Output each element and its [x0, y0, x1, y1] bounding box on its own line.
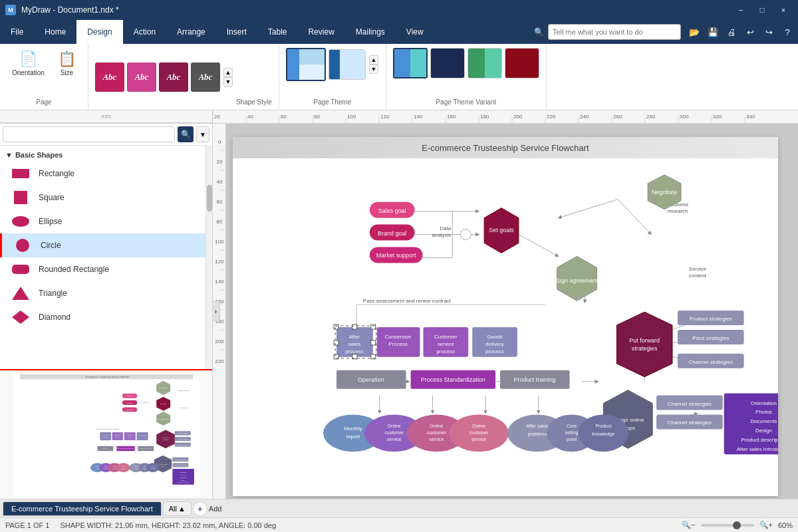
shape-item-circle[interactable]: Circle	[0, 233, 212, 257]
svg-marker-41	[12, 311, 29, 324]
svg-text:Core: Core	[143, 466, 146, 467]
page-theme-active[interactable]	[286, 48, 326, 81]
theme-variant-1[interactable]	[393, 48, 428, 78]
shape-item-square[interactable]: Square	[0, 186, 212, 209]
svg-point-149	[460, 229, 471, 240]
svg-text:100: 100	[215, 239, 224, 245]
shape-item-rectangle[interactable]: Rectangle	[0, 162, 212, 186]
shape-swatch-2[interactable]: Abc	[127, 63, 156, 92]
orientation-button[interactable]: 📄 Orientation	[7, 48, 50, 79]
diagram-title: E-commerce Trusteeship Service Flowchart	[233, 137, 778, 158]
svg-text:0: 0	[218, 139, 221, 145]
tab-add-button[interactable]: +	[193, 501, 207, 516]
svg-text:report: report	[346, 434, 361, 440]
svg-text:After sales: After sales	[526, 424, 548, 428]
orientation-icon: 📄	[19, 51, 37, 68]
tab-design[interactable]: Design	[76, 20, 122, 44]
zoom-in-icon[interactable]: 🔍+	[759, 521, 773, 529]
svg-text:Market support: Market support	[376, 252, 416, 259]
svg-line-151	[559, 200, 618, 218]
svg-text:Data: Data	[440, 225, 452, 231]
page-tab-label: E-commerce Trusteeship Service Flowchart	[11, 505, 153, 513]
help-icon[interactable]: ?	[779, 24, 795, 40]
tab-action[interactable]: Action	[123, 20, 166, 44]
svg-text:Pass assessment and renew cont: Pass assessment and renew contract	[96, 428, 118, 430]
print-icon[interactable]: 🖨	[724, 24, 739, 40]
circle-icon	[13, 237, 33, 253]
svg-text:E-commerce Trusteeship Service: E-commerce Trusteeship Service Flowchart	[85, 376, 129, 378]
tab-add-label[interactable]: Add	[209, 505, 222, 513]
tab-arrange[interactable]: Arrange	[166, 20, 216, 44]
save-icon[interactable]: 💾	[705, 24, 721, 40]
svg-text:Channel strategies: Channel strategies	[174, 464, 186, 466]
size-button[interactable]: 📋 Size	[53, 48, 81, 79]
redo-icon[interactable]: ↪	[761, 24, 777, 40]
shape-search-input[interactable]	[3, 126, 175, 142]
zoom-slider[interactable]	[701, 524, 754, 527]
tab-all-arrow-icon: ▲	[178, 505, 186, 513]
shape-item-rounded-rectangle[interactable]: Rounded Rectangle	[0, 257, 212, 281]
theme-scroll-up[interactable]: ▲	[369, 55, 378, 65]
maximize-button[interactable]: □	[753, 3, 771, 17]
scrollbar-thumb[interactable]	[207, 185, 212, 211]
svg-text:140: 140	[414, 114, 423, 120]
search-dropdown-button[interactable]: ▼	[196, 126, 209, 142]
close-button[interactable]: ×	[774, 3, 793, 17]
svg-text:80: 80	[217, 219, 223, 225]
search-input[interactable]	[548, 24, 681, 40]
theme-variant-4[interactable]	[505, 48, 539, 78]
theme-variant-2[interactable]	[430, 48, 465, 78]
tab-all-button[interactable]: All ▲	[163, 501, 192, 516]
scroll-up-button[interactable]: ▲	[223, 68, 233, 77]
svg-text:100: 100	[347, 114, 356, 120]
zoom-out-icon[interactable]: 🔍−	[682, 521, 695, 529]
shape-item-diamond[interactable]: Diamond	[0, 305, 212, 329]
diagram-canvas[interactable]: E-commerce Trusteeship Service Flowchart	[233, 137, 778, 496]
thumbnail-svg: E-commerce Trusteeship Service Flowchart…	[10, 373, 203, 496]
shape-swatch-4[interactable]: Abc	[191, 63, 220, 92]
zoom-thumb[interactable]	[733, 521, 741, 529]
page-theme-variant-section-title: Page Theme Variant	[436, 96, 496, 106]
tab-review[interactable]: Review	[297, 20, 344, 44]
tab-file[interactable]: File	[0, 20, 34, 44]
shape-label-rectangle: Rectangle	[39, 169, 74, 178]
shape-item-triangle[interactable]: Triangle	[0, 281, 212, 305]
svg-text:Service: Service	[689, 266, 707, 272]
shape-label-circle: Circle	[41, 241, 61, 250]
page-theme-2[interactable]	[329, 49, 366, 80]
svg-text:Pass assessment and renew cont: Pass assessment and renew contract	[363, 298, 452, 304]
collapse-panel-button[interactable]: ›	[212, 301, 220, 321]
shape-swatch-1[interactable]: Abc	[95, 63, 124, 92]
category-basic-shapes[interactable]: ▼ Basic Shapes	[0, 148, 212, 162]
open-icon[interactable]: 📂	[686, 24, 702, 40]
shape-style-scroll: ▲ ▼	[223, 66, 233, 88]
svg-text:After sales: After sales	[133, 466, 138, 467]
tab-table[interactable]: Table	[257, 20, 298, 44]
theme-variant-3[interactable]	[467, 48, 502, 78]
tab-view[interactable]: View	[396, 20, 434, 44]
tab-mailings[interactable]: Mailings	[345, 20, 396, 44]
page-tab-1[interactable]: E-commerce Trusteeship Service Flowchart	[3, 501, 162, 516]
theme-scroll-down[interactable]: ▼	[369, 65, 378, 74]
undo-icon[interactable]: ↩	[742, 24, 758, 40]
tab-insert[interactable]: Insert	[216, 20, 257, 44]
svg-rect-185	[334, 325, 338, 329]
tab-home[interactable]: Home	[34, 20, 76, 44]
minimize-button[interactable]: −	[732, 3, 750, 17]
shape-swatch-3[interactable]: Abc	[159, 63, 188, 92]
svg-text:selling: selling	[565, 430, 579, 436]
svg-text:Goods: Goods	[487, 334, 502, 340]
svg-text:report: report	[96, 467, 99, 469]
scroll-down-button[interactable]: ▼	[223, 77, 233, 86]
thumbnail-canvas[interactable]: E-commerce Trusteeship Service Flowchart…	[0, 370, 212, 499]
svg-point-38	[16, 239, 29, 252]
canvas-area[interactable]: 0 20 40 60 80 100 120 140 160 180	[213, 124, 798, 499]
svg-text:240: 240	[580, 114, 589, 120]
svg-text:120: 120	[380, 114, 390, 120]
square-icon	[11, 190, 31, 205]
triangle-icon	[11, 285, 31, 301]
shape-item-ellipse[interactable]: Ellipse	[0, 209, 212, 233]
ruler-row: mm // ticks drawn inline 20 40 60 80 100…	[0, 110, 798, 124]
ellipse-icon	[11, 213, 31, 229]
search-button[interactable]: 🔍	[178, 126, 194, 142]
